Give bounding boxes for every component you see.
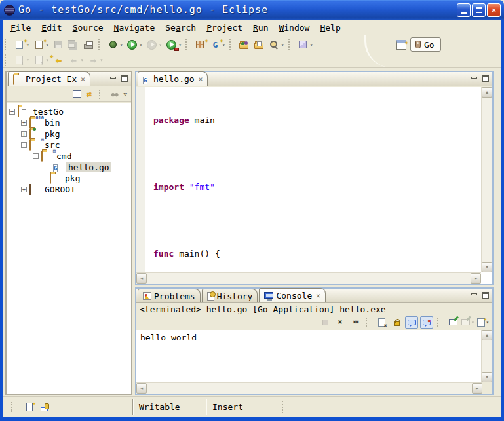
toolbar-grip[interactable] (229, 39, 234, 50)
tree-item-testgo[interactable]: −testGo (7, 106, 131, 117)
scroll-up-icon[interactable]: ▲ (482, 330, 492, 340)
close-icon[interactable]: ✕ (316, 291, 320, 300)
console-vertical-scrollbar[interactable]: ▲ ▼ (481, 330, 492, 382)
mark-occurrences-icon (298, 39, 309, 50)
clear-console-button[interactable] (375, 316, 388, 329)
expand-expander-icon[interactable]: + (21, 187, 27, 192)
view-menu-icon[interactable]: ▽ (124, 91, 127, 98)
menu-help[interactable]: Help (315, 22, 345, 34)
stderr-bubble-icon (423, 320, 431, 325)
scroll-lock-button[interactable] (390, 316, 403, 329)
menu-source[interactable]: Source (68, 22, 109, 34)
tree-item-bin[interactable]: +010bin (7, 117, 131, 128)
collapse-all-icon[interactable]: − (73, 90, 81, 98)
tab-problems[interactable]: Problems (138, 289, 201, 302)
tab-console[interactable]: Console ✕ (259, 288, 325, 302)
minimize-view-icon[interactable] (470, 291, 478, 299)
editor-panel: G hello.go ✕ package main import "fmt" f… (135, 71, 494, 285)
menu-edit[interactable]: Edit (36, 22, 67, 34)
maximize-button[interactable] (472, 3, 486, 17)
minimize-button[interactable] (457, 3, 471, 17)
editor-horizontal-scrollbar[interactable]: ◄ ► (136, 272, 481, 284)
go-perspective-button[interactable]: Go (410, 37, 441, 52)
remove-all-terminated-button[interactable]: ✖✖ (349, 316, 362, 329)
scroll-down-icon[interactable]: ▼ (482, 372, 492, 382)
save-button (52, 39, 66, 50)
tree-item-hello-go[interactable]: Ghello.go (7, 162, 131, 173)
open-resource-button[interactable] (252, 39, 266, 50)
tab-project-explorer[interactable]: Project Ex ✕ (8, 71, 90, 86)
save-all-button (67, 39, 81, 50)
toggle-mark-occurrences-button[interactable]: ▾ (296, 39, 315, 50)
new-wizard-button[interactable]: ✦▾ (12, 39, 31, 50)
close-icon[interactable]: ✕ (81, 75, 85, 83)
close-icon[interactable]: ✕ (199, 75, 203, 83)
fast-view-icon[interactable] (26, 403, 33, 411)
expand-expander-icon[interactable]: + (21, 131, 27, 137)
menu-window[interactable]: Window (273, 22, 315, 34)
scroll-right-icon[interactable]: ► (472, 383, 482, 394)
menu-navigate[interactable]: Navigate (109, 22, 161, 34)
search-button[interactable]: ▾ (267, 39, 286, 50)
new-menu-button[interactable]: ✦▾ (32, 39, 50, 50)
menu-run[interactable]: Run (248, 22, 273, 34)
toolbar-grip[interactable] (5, 54, 9, 66)
toolbar-grip[interactable] (98, 39, 103, 50)
last-edit-location-button[interactable]: ←✦ (52, 54, 66, 66)
window-title: Go - testGo/src/cmd/hello.go - Eclipse (18, 4, 457, 16)
open-perspective-icon[interactable]: ✦ (396, 40, 406, 50)
toolbar-grip[interactable] (185, 39, 190, 50)
link-with-editor-icon[interactable]: ⇄ (87, 89, 92, 99)
maximize-view-icon[interactable] (121, 75, 128, 82)
maximize-view-icon[interactable] (482, 75, 490, 82)
scroll-up-icon[interactable]: ▲ (482, 87, 492, 98)
minimized-view-stack-icon[interactable] (41, 403, 48, 411)
scroll-right-icon[interactable]: ► (471, 273, 481, 284)
tree-item-pkg[interactable]: +pkg (7, 128, 131, 139)
import-button[interactable] (237, 39, 251, 50)
tree-item-src[interactable]: −⊞src (7, 139, 131, 151)
debug-button[interactable]: ▾ (106, 39, 125, 50)
problems-tab-label: Problems (154, 291, 195, 301)
external-tools-button[interactable]: ▾ (165, 39, 183, 50)
toolbar-grip[interactable] (5, 39, 9, 50)
remove-launch-button[interactable]: ✖ (334, 316, 347, 329)
project-folder-icon (18, 107, 31, 117)
tree-item-goroot[interactable]: +GOROOT (7, 184, 131, 195)
menu-search[interactable]: Search (160, 22, 201, 34)
menu-project[interactable]: Project (201, 22, 248, 34)
collapse-expander-icon[interactable]: − (21, 142, 27, 148)
run-button[interactable]: ▾ (125, 39, 144, 50)
scroll-down-icon[interactable]: ▼ (482, 262, 492, 272)
tab-history[interactable]: History (202, 289, 258, 302)
new-go-package-button[interactable]: ✦ (193, 39, 207, 50)
explorer-toolbar: − ⇄ ●● ▽ (7, 86, 131, 102)
tree-item-cmd[interactable]: −⊞cmd (7, 151, 131, 162)
show-console-stdout-toggle[interactable] (405, 316, 418, 329)
code-editor[interactable]: package main import "fmt" func main() { … (146, 87, 481, 272)
collapse-expander-icon[interactable]: − (9, 109, 15, 115)
menu-file[interactable]: File (5, 22, 36, 34)
previous-annotation-button: ▾ (32, 54, 50, 66)
collapse-expander-icon[interactable]: − (33, 153, 39, 159)
scroll-left-icon[interactable]: ◄ (136, 383, 147, 394)
source-folder-icon: ⊞ (29, 140, 43, 150)
expand-expander-icon[interactable]: + (21, 120, 27, 126)
show-console-stderr-toggle[interactable] (420, 316, 433, 329)
open-console-button[interactable]: ✦▾ (476, 316, 490, 329)
editor-vertical-scrollbar[interactable]: ▲ ▼ (481, 87, 492, 272)
new-go-file-button[interactable]: G✦▾ (208, 39, 227, 50)
last-edit-arrow-icon: ←✦ (53, 55, 64, 65)
minimize-view-icon[interactable] (470, 75, 478, 82)
maximize-view-icon[interactable] (482, 291, 490, 299)
tree-item-src-pkg[interactable]: pkg (7, 173, 131, 184)
toolbar-grip[interactable] (288, 39, 293, 50)
title-bar[interactable]: Go - testGo/src/cmd/hello.go - Eclipse ✕ (0, 0, 504, 20)
minimize-view-icon[interactable] (109, 75, 117, 82)
pin-console-button[interactable] (446, 316, 459, 329)
tab-hello-go[interactable]: G hello.go ✕ (138, 71, 208, 86)
console-horizontal-scrollbar[interactable]: ◄ ► (136, 382, 482, 394)
close-button[interactable]: ✕ (487, 3, 501, 17)
print-button[interactable] (82, 39, 96, 50)
scroll-left-icon[interactable]: ◄ (136, 273, 147, 284)
